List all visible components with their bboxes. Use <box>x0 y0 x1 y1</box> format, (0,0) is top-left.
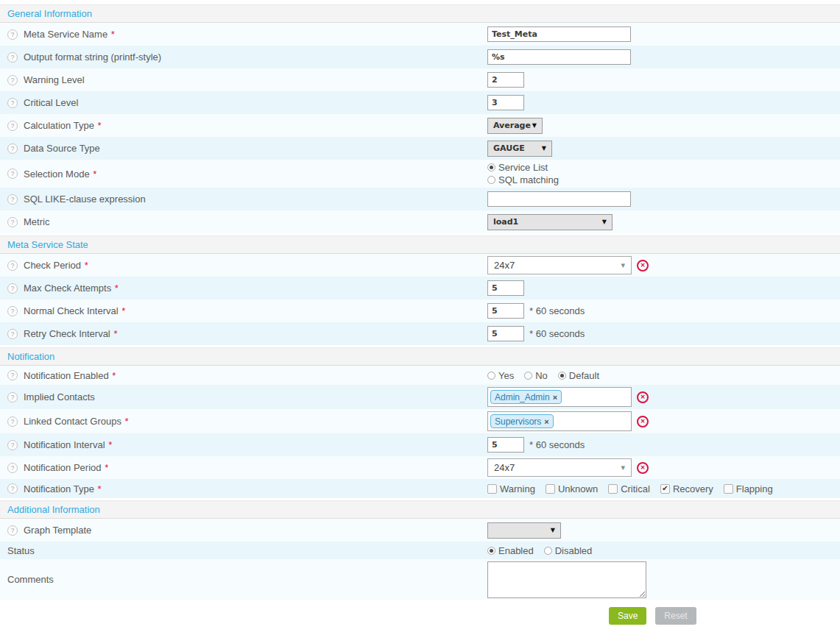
normal-check-interval-input[interactable] <box>487 303 524 319</box>
form-row-notification-interval: ? Notification Interval * * 60 seconds <box>0 433 840 456</box>
help-icon[interactable]: ? <box>7 440 18 450</box>
radio-label: Default <box>569 370 599 381</box>
notification-type-checkbox-unknown[interactable]: Unknown <box>546 483 598 494</box>
notification-type-checkbox-critical[interactable]: Critical <box>608 483 650 494</box>
help-icon[interactable]: ? <box>7 121 18 131</box>
field-label: Implied Contacts <box>24 391 95 402</box>
radio-icon <box>524 372 532 380</box>
check-period-select[interactable]: 24x7 ▾ <box>487 256 632 274</box>
required-mark: * <box>111 29 115 40</box>
contact-chip: Admin_Admin× <box>490 390 562 404</box>
notification-enabled-radio-no[interactable]: No <box>524 370 548 381</box>
status-radio-enabled[interactable]: Enabled <box>487 545 534 556</box>
radio-label: No <box>535 370 548 381</box>
critical-level-input[interactable] <box>487 95 524 110</box>
save-button[interactable]: Save <box>609 607 646 625</box>
help-icon[interactable]: ? <box>7 75 18 85</box>
comments-textarea[interactable] <box>487 561 646 598</box>
status-radio-disabled[interactable]: Disabled <box>544 545 593 556</box>
help-icon[interactable]: ? <box>7 283 18 294</box>
form-row-implied-contacts: ? Implied Contacts Admin_Admin× ✕ <box>0 385 840 409</box>
help-icon[interactable]: ? <box>7 194 18 205</box>
field-label: Linked Contact Groups * <box>24 416 129 427</box>
notification-type-checkbox-recovery[interactable]: Recovery <box>660 483 713 494</box>
required-mark: * <box>98 120 102 131</box>
notification-enabled-radio-yes[interactable]: Yes <box>487 370 514 381</box>
meta-service-name-input[interactable] <box>487 26 631 42</box>
required-mark: * <box>108 439 112 450</box>
check-period-clear-icon[interactable]: ✕ <box>637 260 649 272</box>
reset-button[interactable]: Reset <box>655 607 696 625</box>
calculation-type-select[interactable]: Average ▼ <box>487 118 543 134</box>
field-label: Status <box>7 545 35 556</box>
help-icon[interactable]: ? <box>7 217 18 227</box>
notification-period-select[interactable]: 24x7 ▾ <box>487 458 632 477</box>
notification-period-clear-icon[interactable]: ✕ <box>637 462 649 474</box>
linked-contact-groups-input[interactable]: Supervisors× <box>487 411 632 431</box>
metric-select[interactable]: load1 ▼ <box>487 214 613 230</box>
help-icon[interactable]: ? <box>7 483 18 494</box>
help-icon[interactable]: ? <box>7 392 18 402</box>
chip-label: Supervisors <box>495 416 541 427</box>
data-source-type-select[interactable]: GAUGE ▼ <box>487 141 552 157</box>
form-row-notification-period: ? Notification Period * 24x7 ▾ ✕ <box>0 456 840 479</box>
seconds-suffix: * 60 seconds <box>529 328 585 339</box>
section-header-notification: Notification <box>0 347 840 366</box>
help-icon[interactable]: ? <box>7 525 18 536</box>
radio-label: Yes <box>498 370 514 381</box>
form-row-notification-type: ? Notification Type * Warning Unknown Cr… <box>0 479 840 498</box>
form-row-calculation-type: ? Calculation Type * Average ▼ <box>0 114 840 137</box>
notification-enabled-radio-default[interactable]: Default <box>558 370 599 381</box>
selected-value: 24x7 <box>494 462 515 473</box>
help-icon[interactable]: ? <box>7 143 18 154</box>
output-format-input[interactable] <box>487 49 631 65</box>
checkbox-label: Warning <box>500 483 535 494</box>
radio-label: Enabled <box>498 545 534 556</box>
radio-icon <box>487 163 495 171</box>
selected-value: 24x7 <box>494 260 515 271</box>
chevron-down-icon: ▾ <box>621 260 625 270</box>
chip-remove-icon[interactable]: × <box>553 393 557 402</box>
help-icon[interactable]: ? <box>7 306 18 316</box>
form-row-check-period: ? Check Period * 24x7 ▾ ✕ <box>0 254 840 277</box>
field-label: Normal Check Interval * <box>24 305 125 316</box>
radio-icon <box>544 547 552 555</box>
help-icon[interactable]: ? <box>7 98 18 108</box>
help-icon[interactable]: ? <box>7 260 18 271</box>
selection-mode-radio-sql-matching[interactable]: SQL matching <box>487 174 559 185</box>
field-label: Warning Level <box>24 74 85 85</box>
required-mark: * <box>98 483 102 494</box>
field-label: Meta Service Name * <box>24 29 115 40</box>
help-icon[interactable]: ? <box>7 416 18 427</box>
notification-type-checkbox-flapping[interactable]: Flapping <box>724 483 773 494</box>
field-label: SQL LIKE-clause expression <box>24 194 146 205</box>
notification-type-checkbox-warning[interactable]: Warning <box>487 483 535 494</box>
field-label: Notification Enabled * <box>24 370 116 381</box>
selection-mode-radio-service-list[interactable]: Service List <box>487 162 548 173</box>
help-icon[interactable]: ? <box>7 463 18 473</box>
retry-check-interval-input[interactable] <box>487 326 524 341</box>
warning-level-input[interactable] <box>487 72 524 88</box>
chevron-down-icon: ▼ <box>532 122 537 129</box>
max-check-attempts-input[interactable] <box>487 280 524 296</box>
checkbox-icon <box>608 484 618 494</box>
help-icon[interactable]: ? <box>7 29 18 40</box>
help-icon[interactable]: ? <box>7 329 18 339</box>
section-header-general-information: General Information <box>0 4 840 23</box>
graph-template-select[interactable]: ▼ <box>487 522 561 539</box>
help-icon[interactable]: ? <box>7 52 18 63</box>
help-icon[interactable]: ? <box>7 168 18 179</box>
sql-like-expression-input[interactable] <box>487 191 631 207</box>
contact-group-chip: Supervisors× <box>490 414 554 428</box>
radio-icon <box>487 176 495 184</box>
selected-value: Average <box>493 121 531 130</box>
chip-remove-icon[interactable]: × <box>544 417 548 426</box>
help-icon[interactable]: ? <box>7 370 18 380</box>
form-row-comments: Comments <box>0 559 840 600</box>
field-label: Output format string (printf-style) <box>24 52 161 63</box>
linked-contact-groups-clear-icon[interactable]: ✕ <box>637 416 649 428</box>
implied-contacts-clear-icon[interactable]: ✕ <box>637 391 649 403</box>
notification-interval-input[interactable] <box>487 437 524 453</box>
required-mark: * <box>85 260 88 271</box>
implied-contacts-input[interactable]: Admin_Admin× <box>487 387 632 407</box>
